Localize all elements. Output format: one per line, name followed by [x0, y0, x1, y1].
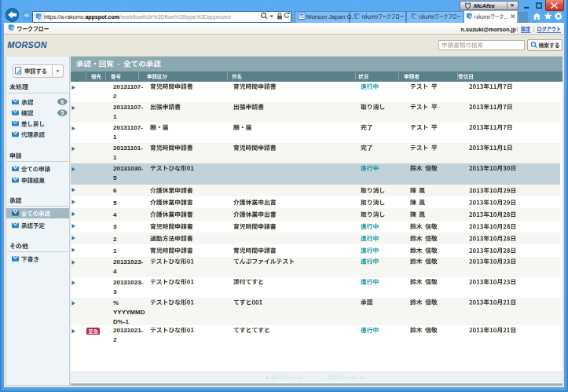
svg-text:20131101-: 20131101-: [113, 145, 143, 152]
svg-text:20131107-: 20131107-: [113, 83, 143, 90]
svg-text:20131107-: 20131107-: [113, 104, 143, 111]
svg-text:MORSON: MORSON: [8, 40, 47, 49]
svg-text:20131023-: 20131023-: [113, 258, 144, 266]
svg-text:1: 1: [113, 113, 117, 120]
svg-text:2: 2: [113, 236, 117, 243]
svg-text:20131023-: 20131023-: [113, 279, 144, 286]
svg-text:|: |: [517, 25, 519, 32]
svg-text:3: 3: [113, 288, 117, 295]
svg-text:YYYYMMD: YYYYMMD: [113, 309, 145, 316]
svg-text:Morson Japan G...: Morson Japan G...: [306, 13, 357, 20]
svg-text:D%-1: D%-1: [113, 318, 130, 325]
svg-text:1: 1: [113, 154, 117, 161]
svg-text:6: 6: [60, 98, 64, 105]
svg-text:4: 4: [113, 268, 117, 275]
svg-text:n.suzuki@morson.jp: n.suzuki@morson.jp: [461, 26, 517, 33]
svg-text:20131107-: 20131107-: [113, 124, 143, 131]
svg-text:1: 1: [113, 247, 117, 255]
svg-text:5: 5: [113, 174, 117, 181]
svg-text:3: 3: [113, 223, 117, 230]
svg-text:5: 5: [113, 200, 117, 207]
svg-text:https://a-rakumo.appspot.com/w: https://a-rakumo.appspot.com/workflow#ct…: [44, 14, 231, 20]
svg-text:6: 6: [113, 187, 117, 194]
svg-text:2: 2: [113, 336, 117, 343]
svg-text:20131021-: 20131021-: [113, 327, 144, 334]
svg-text:|: |: [533, 25, 535, 32]
svg-text:2: 2: [113, 93, 117, 100]
svg-text:1: 1: [113, 134, 117, 141]
svg-text:4: 4: [113, 211, 117, 218]
svg-text:%: %: [113, 299, 119, 306]
svg-text:5: 5: [60, 109, 64, 116]
svg-text:McAfee: McAfee: [474, 2, 496, 9]
svg-text:20131030-: 20131030-: [113, 165, 144, 172]
